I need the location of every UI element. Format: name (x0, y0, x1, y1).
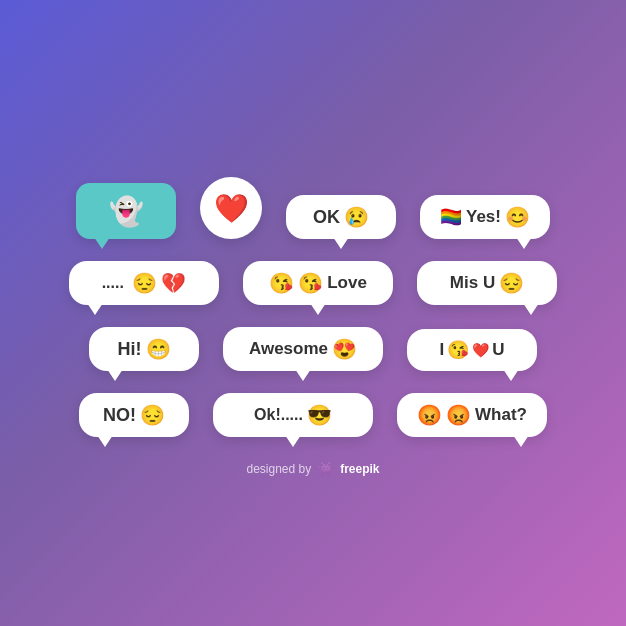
bubble-heart: ❤️ (200, 177, 262, 239)
cool-emoji: 😎 (307, 403, 332, 427)
sad-emoji: 😔 (132, 271, 157, 295)
bubble-hi: Hi! 😁 (89, 327, 199, 371)
footer: designed by 👾 freepik (246, 461, 379, 477)
bubble-ellipsis: ..... 😔 💔 (69, 261, 219, 305)
bubble-ok-dots: Ok!..... 😎 (213, 393, 373, 437)
grin-emoji: 😁 (146, 337, 171, 361)
heart-icon: ❤️ (214, 192, 249, 225)
bubble-no: NO! 😔 (79, 393, 189, 437)
kiss-emoji-1: 😘 (269, 271, 294, 295)
brand-name: freepik (340, 462, 379, 476)
ok-text: OK (313, 207, 340, 228)
i-text: I (439, 340, 444, 360)
angry-emoji-1: 😡 (417, 403, 442, 427)
hi-text: Hi! (118, 339, 142, 360)
awesome-text: Awesome (249, 339, 328, 359)
angry-emoji-2: 😡 (446, 403, 471, 427)
love-text: Love (327, 273, 367, 293)
sad-face-emoji: 😔 (499, 271, 524, 295)
yes-text: Yes! (466, 207, 501, 227)
bubble-yes: 🏳️‍🌈 Yes! 😊 (420, 195, 550, 239)
bubble-awesome: Awesome 😍 (223, 327, 383, 371)
bubble-i-love-u: I 😘 ❤️ U (407, 329, 537, 371)
ghost-icon: 👻 (109, 195, 144, 228)
cry-emoji: 😢 (344, 205, 369, 229)
what-text: What? (475, 405, 527, 425)
bubble-ghost: 👻 (76, 183, 176, 239)
u-text: U (492, 340, 504, 360)
smile-emoji: 😊 (505, 205, 530, 229)
no-text: NO! (103, 405, 136, 426)
kiss-emoji-2: 😘 (298, 271, 323, 295)
bubble-mis-u: Mis U 😔 (417, 261, 557, 305)
bubble-love: 😘 😘 Love (243, 261, 393, 305)
kiss-emoji: 😘 (447, 339, 469, 361)
broken-heart-emoji: 💔 (161, 271, 186, 295)
mis-u-text: Mis U (450, 273, 495, 293)
ellipsis-text: ..... (102, 274, 129, 292)
designed-by-text: designed by (246, 462, 311, 476)
freepik-icon: 👾 (317, 461, 334, 477)
bubble-what: 😡 😡 What? (397, 393, 547, 437)
bubble-ok: OK 😢 (286, 195, 396, 239)
rainbow-icon: 🏳️‍🌈 (440, 206, 462, 228)
sad-emoji-2: 😔 (140, 403, 165, 427)
ok-dots-text: Ok!..... (254, 406, 303, 424)
small-heart-emoji: ❤️ (472, 342, 489, 358)
heart-eyes-emoji: 😍 (332, 337, 357, 361)
